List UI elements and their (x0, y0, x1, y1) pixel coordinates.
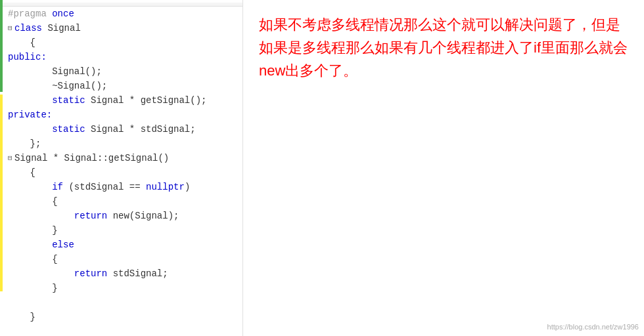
code-line-16: } (8, 223, 237, 238)
code-line-22: } (8, 310, 237, 324)
collapse-icon-2[interactable]: ⊟ (8, 151, 14, 165)
code-line-4: public: (8, 50, 237, 64)
gutter (0, 0, 5, 336)
gutter-green (0, 0, 3, 92)
code-line-11: ⊟Signal * Signal::getSignal() (8, 151, 237, 165)
code-line-9: static Signal * stdSignal; (8, 122, 237, 136)
code-line-7: static Signal * getSignal(); (8, 93, 237, 108)
code-panel: #pragma once ⊟class Signal { public: Sig… (0, 0, 243, 336)
code-line-1: #pragma once (8, 7, 237, 21)
pragma-hash: #pragma (8, 7, 52, 21)
code-line-12: { (8, 165, 237, 180)
annotation-text: 如果不考虑多线程情况那么这个就可以解决问题了，但是如果是多线程那么如果有几个线程… (259, 13, 628, 83)
code-line-15: return new(Signal); (8, 209, 237, 223)
code-line-2: ⊟class Signal (8, 21, 237, 35)
code-line-6: ~Signal(); (8, 79, 237, 93)
code-lines: #pragma once ⊟class Signal { public: Sig… (0, 7, 242, 324)
main-container: #pragma once ⊟class Signal { public: Sig… (0, 0, 644, 336)
code-line-17: else (8, 238, 237, 252)
code-line-10: }; (8, 136, 237, 151)
code-line-8: private: (8, 108, 237, 122)
code-line-19: return stdSignal; (8, 266, 237, 281)
code-line-14: { (8, 194, 237, 209)
code-line-3: { (8, 35, 237, 50)
annotation-panel: 如果不考虑多线程情况那么这个就可以解决问题了，但是如果是多线程那么如果有几个线程… (243, 0, 644, 336)
code-line-13: if (stdSignal == nullptr) (8, 180, 237, 194)
code-line-20: } (8, 281, 237, 295)
code-line-21 (8, 295, 237, 310)
code-line-5: Signal(); (8, 64, 237, 79)
watermark: https://blog.csdn.net/zw1996 (547, 323, 639, 331)
code-line-18: { (8, 252, 237, 266)
collapse-icon-1[interactable]: ⊟ (8, 21, 14, 35)
gutter-yellow (0, 94, 3, 291)
